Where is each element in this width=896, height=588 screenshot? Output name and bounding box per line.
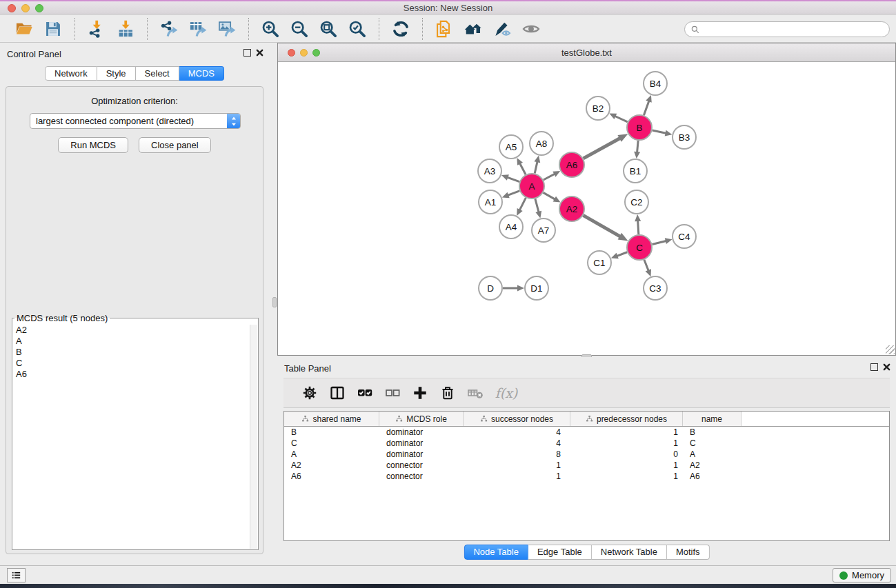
close-panel-button[interactable]: Close panel	[139, 137, 211, 153]
column-header-shared-name[interactable]: shared name	[284, 412, 379, 426]
result-scrollbar[interactable]	[250, 325, 257, 549]
result-item[interactable]: A6	[13, 369, 250, 380]
result-item[interactable]: A	[13, 336, 250, 347]
import-network-icon[interactable]	[86, 19, 107, 39]
close-panel-icon[interactable]	[256, 49, 263, 57]
task-history-button[interactable]	[7, 568, 26, 582]
edge-arrowhead	[501, 174, 509, 180]
tab-edge-table[interactable]: Edge Table	[528, 545, 592, 560]
split-view-icon[interactable]	[328, 384, 346, 402]
deselect-all-icon[interactable]	[384, 384, 401, 402]
open-session-icon[interactable]	[14, 19, 34, 39]
graph-node-label: D	[487, 283, 494, 294]
memory-button[interactable]: Memory	[833, 568, 891, 582]
resize-grip[interactable]	[886, 345, 895, 354]
toolbar-separator	[379, 18, 379, 40]
edge-A-A5[interactable]	[519, 163, 526, 174]
save-session-icon[interactable]	[43, 19, 63, 39]
export-table-icon[interactable]	[188, 19, 208, 39]
table-row[interactable]: Adominator80A	[284, 449, 889, 460]
edge-C-C3[interactable]	[644, 260, 649, 272]
column-header-name[interactable]: name	[683, 412, 741, 426]
zoom-fit-icon[interactable]	[318, 19, 339, 39]
graph-node-label: A2	[566, 204, 578, 214]
result-item[interactable]: C	[13, 358, 250, 369]
table-cell: connector	[379, 460, 464, 471]
export-image-icon[interactable]	[217, 19, 237, 39]
export-network-icon[interactable]	[159, 19, 179, 39]
column-header-predecessor-nodes[interactable]: predecessor nodes	[570, 412, 683, 426]
edge-A-A4[interactable]	[519, 198, 526, 211]
graph-node-label: A	[528, 181, 535, 192]
table-cell: A	[683, 449, 741, 460]
table-cell: C	[683, 438, 741, 449]
run-mcds-button[interactable]: Run MCDS	[58, 137, 128, 153]
import-table-icon[interactable]	[115, 19, 136, 39]
result-item[interactable]: B	[13, 347, 250, 358]
edge-C-C4[interactable]	[652, 241, 666, 244]
zoom-in-icon[interactable]	[260, 19, 281, 39]
mcds-result-list: A2ABCA6	[13, 325, 250, 549]
edge-A2-C[interactable]	[583, 215, 621, 236]
hierarchy-icon	[301, 415, 309, 423]
tab-motifs[interactable]: Motifs	[667, 545, 710, 560]
column-header-MCDS-role[interactable]: MCDS role	[379, 412, 464, 426]
table-cell: 4	[464, 438, 570, 449]
tab-select[interactable]: Select	[136, 66, 179, 81]
edge-C-C2[interactable]	[638, 220, 639, 234]
tab-node-table[interactable]: Node Table	[464, 545, 528, 560]
toggle-style-icon[interactable]	[492, 19, 512, 39]
refresh-icon[interactable]	[390, 19, 411, 39]
mcds-result-box: MCDS result (5 nodes) A2ABCA6	[12, 313, 259, 550]
search-box[interactable]	[684, 21, 890, 37]
home-icon[interactable]	[463, 19, 484, 39]
network-canvas[interactable]: B4B2BB3A8A5A6A3B1AA1C2A2A4A7C4CC1C3DD1	[278, 62, 895, 355]
control-panel-title: Control Panel	[7, 49, 61, 59]
table-cell: 1	[570, 438, 683, 449]
mcds-result-title: MCDS result (5 nodes)	[14, 313, 110, 323]
gear-icon[interactable]	[301, 384, 319, 402]
duplicate-network-icon[interactable]	[434, 19, 455, 39]
delete-table-icon[interactable]	[466, 384, 484, 402]
float-panel-icon[interactable]	[243, 49, 251, 57]
show-graphics-icon[interactable]	[521, 19, 541, 39]
delete-column-icon[interactable]	[439, 384, 457, 402]
search-input[interactable]	[703, 23, 889, 36]
graph-node-label: C3	[649, 283, 661, 294]
column-header-label: name	[701, 414, 722, 424]
result-item[interactable]: A2	[13, 325, 250, 336]
edge-A-A8[interactable]	[535, 161, 537, 173]
add-column-icon[interactable]	[411, 384, 429, 402]
edge-A-A3[interactable]	[506, 177, 519, 182]
tab-mcds[interactable]: MCDS	[179, 66, 224, 81]
column-header-successor-nodes[interactable]: successor nodes	[464, 412, 570, 426]
table-row[interactable]: A6connector11A6	[284, 471, 889, 482]
graph-node-label: A4	[506, 222, 517, 232]
edge-B-B4[interactable]	[644, 100, 649, 115]
edge-B-B2[interactable]	[615, 116, 628, 122]
close-table-panel-icon[interactable]	[883, 363, 890, 371]
vertical-splitter-handle[interactable]	[272, 297, 277, 307]
table-row[interactable]: Bdominator41B	[284, 427, 889, 438]
edge-B-B1[interactable]	[637, 141, 638, 153]
tab-network-table[interactable]: Network Table	[592, 545, 667, 560]
table-row[interactable]: Cdominator41C	[284, 438, 889, 449]
select-all-icon[interactable]	[356, 384, 374, 402]
edge-C-C1[interactable]	[616, 252, 627, 256]
edge-A-A7[interactable]	[535, 199, 539, 213]
main-toolbar-icons	[10, 18, 546, 40]
tab-network[interactable]: Network	[45, 66, 97, 81]
edge-A-A2[interactable]	[544, 192, 556, 199]
zoom-out-icon[interactable]	[289, 19, 310, 39]
edge-A-A1[interactable]	[507, 191, 519, 196]
edge-A-A6[interactable]	[544, 174, 555, 180]
edge-B-B3[interactable]	[653, 130, 667, 134]
function-builder-icon[interactable]: f(x)	[494, 384, 519, 402]
table-row[interactable]: A2connector11A2	[284, 460, 889, 471]
edge-A6-B[interactable]	[584, 138, 621, 159]
float-table-panel-icon[interactable]	[870, 363, 878, 371]
tab-style[interactable]: Style	[97, 66, 136, 81]
zoom-selected-icon[interactable]	[347, 19, 368, 39]
edge-arrowhead	[534, 156, 540, 163]
optimization-criterion-dropdown[interactable]: largest connected component (directed)	[30, 113, 241, 129]
